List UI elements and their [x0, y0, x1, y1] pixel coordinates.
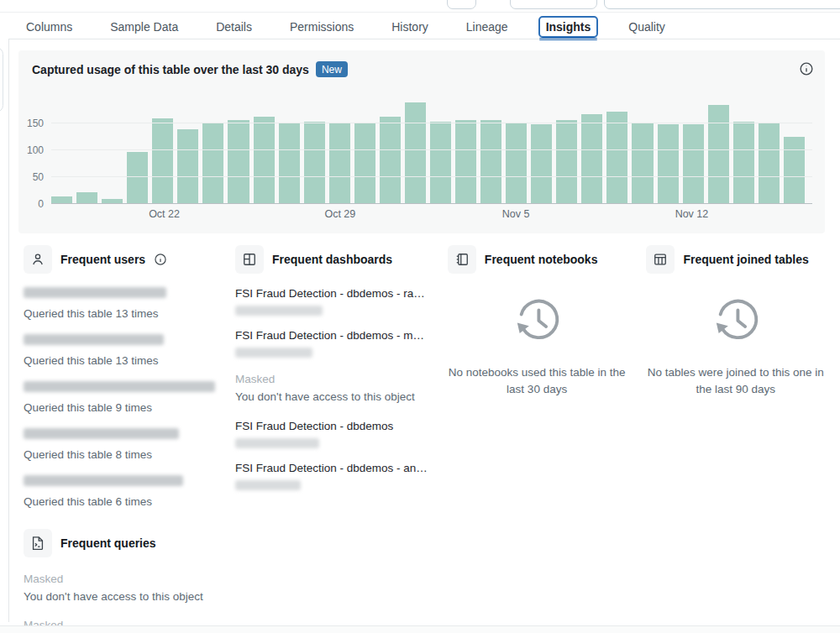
usage-bar[interactable]: [708, 105, 729, 203]
usage-bar[interactable]: [202, 123, 223, 203]
user-icon: [24, 245, 52, 274]
masked-dashboard-subtitle: [235, 348, 312, 358]
frequent-joined-tables-title: Frequent joined tables: [683, 253, 808, 266]
usage-bar[interactable]: [455, 120, 476, 203]
x-axis-tick-label: Nov 12: [675, 208, 709, 220]
usage-bar[interactable]: [581, 114, 602, 203]
usage-chart-panel: Captured usage of this table over the la…: [18, 50, 825, 233]
user-query-count: Queried this table 13 times: [24, 306, 215, 323]
usage-bar[interactable]: [177, 129, 198, 203]
user-query-count: Queried this table 8 times: [24, 447, 215, 464]
masked-user-name: [24, 334, 164, 345]
query-file-icon: [24, 529, 52, 557]
tab-permissions[interactable]: Permissions: [282, 16, 361, 38]
top-search-input[interactable]: [604, 0, 840, 9]
gridline: [51, 176, 812, 177]
frequent-joined-tables-section: Frequent joined tables No tables were jo…: [646, 245, 825, 522]
frequent-dashboards-section: Frequent dashboards FSI Fraud Detection …: [235, 245, 428, 522]
usage-bar[interactable]: [759, 123, 780, 203]
y-axis-tick-label: 0: [17, 198, 44, 210]
masked-dashboard-subtitle: [235, 306, 323, 316]
usage-bar[interactable]: [784, 137, 805, 204]
dashboard-link[interactable]: FSI Fraud Detection - dbdemos: [235, 420, 428, 432]
info-icon[interactable]: [154, 253, 167, 266]
usage-bar[interactable]: [556, 120, 577, 203]
frequent-queries-header: Frequent queries: [24, 529, 276, 557]
usage-bar[interactable]: [279, 123, 300, 204]
frequent-user-item: Queried this table 8 times: [24, 428, 215, 464]
top-toolbar-button[interactable]: [447, 0, 476, 9]
frequent-dashboards-title: Frequent dashboards: [272, 253, 392, 266]
usage-bar[interactable]: [329, 123, 350, 204]
x-axis-tick-label: Oct 22: [149, 208, 180, 220]
frequent-dashboards-header: Frequent dashboards: [235, 245, 428, 274]
tabstrip-border: [8, 39, 840, 39]
dashboard-icon: [235, 245, 264, 274]
usage-bar[interactable]: [606, 112, 627, 203]
frequent-users-list: Queried this table 13 timesQueried this …: [24, 287, 215, 511]
usage-bar-chart: Oct 22Oct 29Nov 5Nov 12 050100150: [51, 99, 812, 204]
usage-bar[interactable]: [480, 120, 501, 203]
y-axis-tick-label: 150: [17, 118, 44, 129]
usage-bar[interactable]: [76, 192, 97, 203]
tab-insights[interactable]: Insights: [538, 16, 599, 38]
notebooks-empty-text: No notebooks used this table in the last…: [448, 364, 627, 399]
masked-user-name: [24, 475, 183, 486]
usage-bar[interactable]: [430, 122, 451, 203]
user-query-count: Queried this table 9 times: [24, 400, 215, 417]
left-panel-edge: [0, 47, 3, 112]
usage-bar[interactable]: [354, 123, 375, 204]
x-axis-tick-label: Nov 5: [502, 208, 530, 220]
info-icon[interactable]: [799, 61, 814, 76]
usage-bar[interactable]: [506, 123, 527, 203]
usage-bar[interactable]: [380, 117, 401, 203]
bottom-edge: [0, 625, 840, 633]
usage-bar[interactable]: [683, 124, 704, 203]
tab-columns[interactable]: Columns: [18, 16, 80, 38]
masked-label: Masked: [235, 371, 428, 389]
x-axis-labels: Oct 22Oct 29Nov 5Nov 12: [51, 204, 805, 222]
frequent-user-item: Queried this table 13 times: [24, 287, 215, 323]
usage-bar[interactable]: [127, 152, 148, 203]
frequent-dashboard-item: FSI Fraud Detection - dbdemos - ra…: [235, 287, 428, 316]
usage-bar[interactable]: [228, 120, 249, 203]
frequent-users-title: Frequent users: [60, 253, 145, 266]
frequent-dashboard-item: FSI Fraud Detection - dbdemos - an…: [235, 462, 428, 490]
frequent-dashboard-item: FSI Fraud Detection - dbdemos - m…: [235, 329, 428, 358]
usage-bar[interactable]: [102, 199, 123, 203]
new-badge: New: [316, 61, 348, 77]
history-clock-icon: [711, 296, 760, 344]
frequent-dashboard-item: MaskedYou don't have access to this obje…: [235, 371, 428, 406]
usage-bar[interactable]: [304, 122, 325, 203]
frequent-notebooks-title: Frequent notebooks: [485, 253, 598, 266]
usage-bar[interactable]: [152, 118, 173, 203]
dashboard-link[interactable]: FSI Fraud Detection - dbdemos - m…: [235, 329, 428, 342]
gridline: [51, 123, 812, 123]
dashboard-link[interactable]: FSI Fraud Detection - dbdemos - an…: [235, 462, 428, 474]
usage-bar[interactable]: [51, 196, 72, 203]
frequent-dashboards-list: FSI Fraud Detection - dbdemos - ra…FSI F…: [235, 287, 428, 490]
usage-bar[interactable]: [405, 102, 426, 203]
dashboard-link[interactable]: FSI Fraud Detection - dbdemos - ra…: [235, 287, 428, 300]
frequent-queries-title: Frequent queries: [60, 536, 156, 550]
notebook-icon: [448, 245, 476, 274]
usage-bar[interactable]: [531, 124, 552, 203]
usage-bar[interactable]: [632, 123, 653, 203]
usage-bar[interactable]: [658, 124, 679, 203]
usage-bar[interactable]: [254, 117, 275, 203]
tab-sample-data[interactable]: Sample Data: [102, 16, 186, 38]
tab-history[interactable]: History: [384, 16, 436, 38]
usage-bar[interactable]: [733, 122, 754, 203]
tab-quality[interactable]: Quality: [621, 16, 673, 38]
insight-sections: Frequent users Queried this table 13 tim…: [24, 245, 825, 522]
masked-user-name: [24, 287, 166, 298]
y-axis-tick-label: 50: [17, 171, 44, 183]
frequent-user-item: Queried this table 9 times: [24, 381, 215, 417]
tab-lineage[interactable]: Lineage: [459, 16, 516, 38]
masked-user-name: [24, 381, 215, 392]
notebooks-empty-state: No notebooks used this table in the last…: [448, 296, 627, 399]
tab-details[interactable]: Details: [208, 16, 260, 38]
user-query-count: Queried this table 6 times: [24, 494, 215, 511]
header-divider: [0, 12, 840, 13]
top-toolbar-button-wide[interactable]: [510, 0, 597, 9]
